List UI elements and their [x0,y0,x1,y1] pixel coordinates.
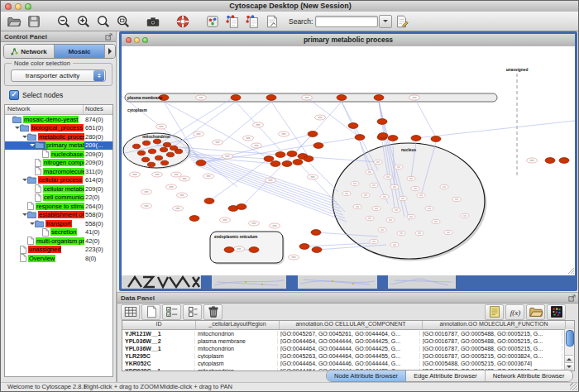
annotation-icon[interactable] [262,12,282,31]
network-edge[interactable] [271,102,309,156]
search-input[interactable] [315,16,378,27]
network-node[interactable] [304,156,313,162]
snapshot-icon[interactable] [143,12,163,31]
expand-arrow-icon[interactable] [22,133,27,141]
network-node[interactable] [147,162,155,167]
help-icon[interactable] [173,12,193,31]
app-titlebar[interactable]: Cytoscape Desktop (New Session) [1,1,579,12]
vizmapper-icon[interactable] [203,12,223,31]
undock-icon[interactable] [105,33,112,41]
table-column-header[interactable]: ID [122,321,196,329]
table-row[interactable]: YJR121W__1mitochondrion[GO:0045267, GO:0… [122,330,574,337]
network-node[interactable] [545,158,555,164]
network-edge[interactable] [193,162,345,218]
scrollbar-thumb[interactable] [566,330,574,347]
network-node[interactable] [160,160,168,165]
network-node[interactable] [282,161,292,167]
network-node[interactable] [142,141,150,146]
destroy-view-icon[interactable] [242,12,262,31]
tabs-overflow-icon[interactable] [105,45,115,58]
unselect-attributes-icon[interactable] [183,304,202,320]
tab-network-attribute-browser[interactable]: Network Attribute Browser [486,370,572,381]
resize-grip[interactable] [570,383,577,390]
table-row[interactable]: YPL036W__1mitochondrion[GO:0044464, GO:0… [122,345,574,352]
network-node[interactable] [275,152,285,158]
tree-row[interactable]: response to stimulu264(0) [5,202,112,211]
attribute-table[interactable]: ID_cellularLayoutRegionannotation.GO CEL… [122,320,575,371]
network-node[interactable] [388,136,398,141]
table-columns-icon[interactable] [121,304,140,320]
tree-row[interactable]: mosaic-demo-yeast874(0) [5,115,112,124]
network-edge[interactable] [201,134,313,163]
network-node[interactable] [355,135,365,141]
tree-row[interactable]: macromolecule311(0) [5,167,112,176]
network-canvas[interactable]: plasma membranecytoplasmmitochondrionnuc… [122,46,575,275]
network-node[interactable] [166,152,174,157]
network-node[interactable] [293,160,303,165]
network-edge[interactable] [191,160,343,215]
tree-row[interactable]: cellular process614(0) [5,176,112,185]
tree-row[interactable]: primary metabo209(... [5,141,112,151]
network-node[interactable] [270,161,280,167]
network-node[interactable] [337,95,347,101]
network-node[interactable] [377,119,387,125]
network-node[interactable] [299,244,309,250]
tree-row[interactable]: multi-organism pro42(0) [5,237,112,246]
network-node[interactable] [374,95,384,101]
zoom-selected-icon[interactable] [113,12,133,31]
network-node[interactable] [153,139,160,144]
network-tree-header[interactable]: Network Nodes [5,105,112,115]
table-column-header[interactable]: annotation.GO CELLULAR_COMPONENT [280,321,423,329]
select-nodes-checkbox[interactable]: ✓ [9,90,19,100]
tree-row[interactable]: metabolic process280(0) [5,132,112,141]
expand-arrow-icon[interactable] [14,124,20,131]
network-node[interactable] [378,133,388,139]
canvas-resize-grip[interactable] [568,268,574,274]
expand-arrow-icon[interactable] [22,211,27,218]
tree-column-nodes[interactable]: Nodes [84,105,112,114]
zoom-out-icon[interactable] [54,12,74,31]
expand-arrow-icon[interactable] [22,176,27,184]
network-node[interactable] [175,149,182,154]
notes-icon[interactable] [485,304,504,320]
tree-row[interactable]: biological_process651(0) [5,124,112,133]
expand-arrow-icon[interactable] [29,220,35,227]
network-node[interactable] [231,95,241,101]
network-node[interactable] [348,123,358,129]
network-node[interactable] [132,144,140,149]
network-edge[interactable] [414,98,436,137]
network-node[interactable] [308,131,318,137]
node-color-dropdown[interactable]: transporter activity [11,69,106,82]
tree-row[interactable]: transport558(0) [5,219,112,228]
function-builder-icon[interactable]: f(x) [505,304,524,320]
network-node[interactable] [224,247,234,253]
table-row[interactable]: YPL036W__2plasma membrane[GO:0044464, GO… [122,337,574,345]
network-node[interactable] [312,247,322,253]
tab-mosaic[interactable]: Mosaic [55,45,105,58]
table-column-header[interactable]: _cellularLayoutRegion [196,321,280,329]
undock-icon[interactable] [568,294,576,302]
network-node[interactable] [264,156,274,162]
table-column-header[interactable]: annotation.GO MOLECULAR_FUNCTION [423,321,566,329]
tree-row[interactable]: cellular metabol209(0) [5,184,112,194]
tree-row[interactable]: nitrogen compo209(0) [5,159,112,168]
save-icon[interactable] [24,12,44,31]
network-node[interactable] [249,247,259,253]
network-edge[interactable] [194,165,347,222]
network-node[interactable] [266,95,276,101]
zoom-fit-icon[interactable] [93,12,113,31]
network-view-titlebar[interactable]: primary metabolic process [122,34,575,47]
network-node[interactable] [155,155,162,160]
create-view-icon[interactable] [223,12,242,31]
network-node[interactable] [148,149,156,154]
new-attribute-icon[interactable] [141,304,160,320]
advanced-search-icon[interactable] [392,12,412,31]
network-node[interactable] [287,151,297,157]
network-node[interactable] [141,157,149,162]
tree-row[interactable]: Overview8(0) [5,254,112,263]
data-panel-titlebar[interactable]: Data Panel [117,293,579,304]
select-attributes-icon[interactable] [162,304,181,320]
control-panel-titlebar[interactable]: Control Panel [1,31,116,42]
tree-column-network[interactable]: Network [5,105,84,114]
network-edge[interactable] [416,121,575,138]
